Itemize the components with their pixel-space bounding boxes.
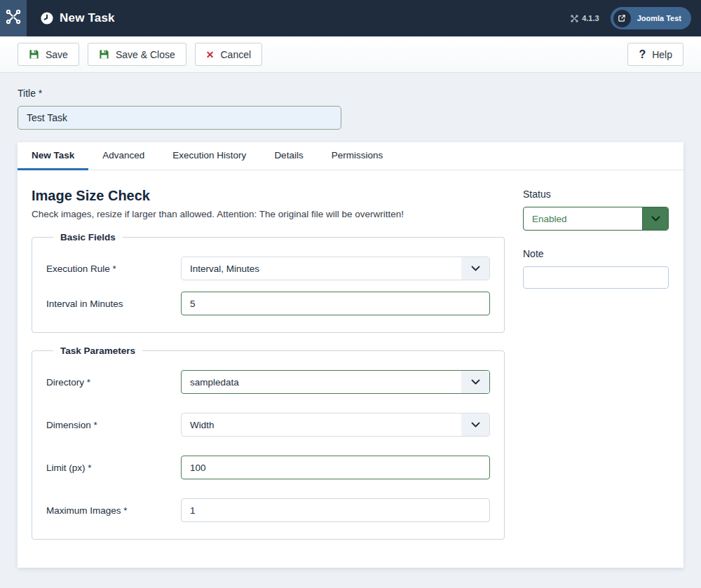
status-value: Enabled <box>524 207 642 230</box>
save-close-button-label: Save & Close <box>116 49 175 60</box>
title-section: Title * <box>0 73 701 142</box>
execution-rule-row: Execution Rule * Interval, Minutes <box>46 257 490 280</box>
tab-execution-history[interactable]: Execution History <box>158 142 260 170</box>
execution-rule-label: Execution Rule * <box>46 264 181 274</box>
maximum-images-label: Maximum Images * <box>46 505 181 516</box>
save-icon <box>29 49 39 60</box>
joomla-version-icon <box>571 15 578 22</box>
tab-details[interactable]: Details <box>260 142 317 170</box>
interval-minutes-row: Interval in Minutes <box>46 292 490 315</box>
external-link-icon <box>613 10 631 27</box>
joomla-test-button[interactable]: Joomla Test <box>611 7 691 29</box>
page-title: New Task <box>60 11 115 25</box>
cancel-button[interactable]: ✕ Cancel <box>195 43 262 66</box>
tab-new-task[interactable]: New Task <box>18 142 88 170</box>
sidebar-column: Status Enabled Note <box>523 188 669 540</box>
clock-icon <box>41 12 53 25</box>
directory-row: Directory * sampledata <box>46 370 490 394</box>
interval-minutes-label: Interval in Minutes <box>46 299 181 309</box>
save-button[interactable]: Save <box>18 43 79 66</box>
help-button-label: Help <box>652 49 672 60</box>
title-input[interactable] <box>18 106 341 130</box>
limit-input[interactable] <box>181 456 490 479</box>
page-heading: New Task <box>41 11 115 25</box>
joomla-logo-button[interactable] <box>0 0 27 36</box>
version-text: 4.1.3 <box>582 14 599 22</box>
save-close-button[interactable]: Save & Close <box>88 43 186 66</box>
note-block: Note <box>523 247 669 289</box>
help-button[interactable]: ? Help <box>627 43 683 66</box>
form-column: Image Size Check Check images, resize if… <box>32 188 505 540</box>
directory-value: sampledata <box>182 371 461 393</box>
execution-rule-value: Interval, Minutes <box>182 257 461 280</box>
tab-advanced[interactable]: Advanced <box>88 142 158 170</box>
question-mark-icon: ? <box>639 49 646 60</box>
status-label: Status <box>523 189 551 200</box>
dimension-value: Width <box>182 413 461 436</box>
cancel-button-label: Cancel <box>220 49 251 60</box>
limit-row: Limit (px) * <box>46 456 490 479</box>
title-label: Title * <box>18 88 42 99</box>
execution-rule-select[interactable]: Interval, Minutes <box>181 257 490 280</box>
dimension-label: Dimension * <box>46 420 181 430</box>
fieldset-basic-fields: Basic Fields Execution Rule * Interval, … <box>32 232 505 333</box>
maximum-images-row: Maximum Images * <box>46 498 490 522</box>
form-heading: Image Size Check <box>32 188 505 204</box>
directory-label: Directory * <box>46 377 181 388</box>
limit-label: Limit (px) * <box>46 463 181 473</box>
note-label: Note <box>523 248 544 259</box>
toolbar: Save Save & Close ✕ Cancel ? Help <box>0 36 701 73</box>
directory-select[interactable]: sampledata <box>181 370 490 394</box>
top-header: New Task 4.1.3 <box>0 0 701 36</box>
dimension-row: Dimension * Width <box>46 413 490 437</box>
chevron-down-icon <box>461 371 489 393</box>
task-parameters-legend: Task Parameters <box>53 346 142 356</box>
joomla-logo-icon <box>6 9 21 27</box>
dimension-select[interactable]: Width <box>181 413 490 437</box>
chevron-down-icon <box>461 257 489 280</box>
chevron-down-icon <box>642 207 668 230</box>
tab-bar: New Task Advanced Execution History Deta… <box>18 142 683 170</box>
save-button-label: Save <box>46 49 68 60</box>
tab-permissions[interactable]: Permissions <box>318 142 397 170</box>
version-badge: 4.1.3 <box>571 14 599 22</box>
fieldset-task-parameters: Task Parameters Directory * sampledata D… <box>32 346 505 540</box>
topbar-right: 4.1.3 Joomla Test <box>571 7 701 29</box>
maximum-images-input[interactable] <box>181 498 490 522</box>
status-select[interactable]: Enabled <box>523 207 669 231</box>
note-input[interactable] <box>523 266 669 289</box>
joomla-test-label: Joomla Test <box>637 14 681 22</box>
content-card: New Task Advanced Execution History Deta… <box>18 142 683 568</box>
form-description: Check images, resize if larger than allo… <box>32 209 505 219</box>
chevron-down-icon <box>461 413 489 436</box>
interval-minutes-input[interactable] <box>181 292 490 315</box>
card-body: Image Size Check Check images, resize if… <box>18 170 683 568</box>
basic-fields-legend: Basic Fields <box>53 232 123 242</box>
save-icon <box>99 49 109 60</box>
cancel-x-icon: ✕ <box>206 50 215 60</box>
